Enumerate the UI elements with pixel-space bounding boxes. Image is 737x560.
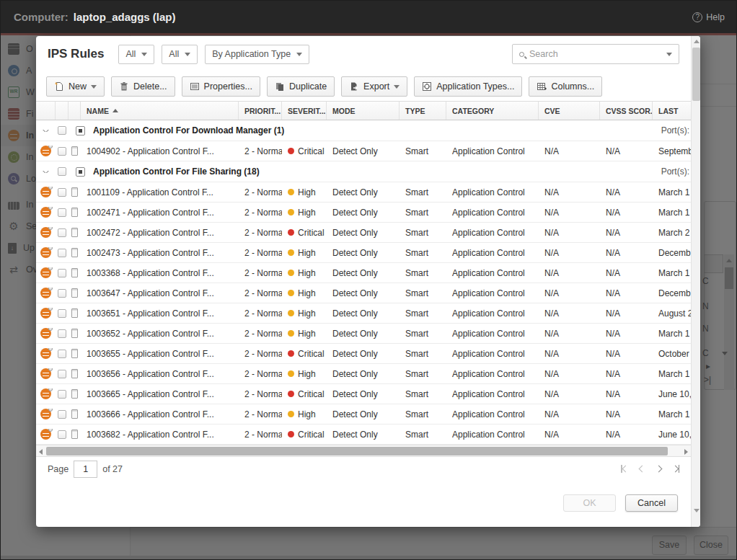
row-checkbox[interactable]	[58, 188, 66, 197]
column-header-name[interactable]: NAME	[81, 102, 239, 120]
cve-header-label: CVE	[544, 107, 560, 115]
column-header-cvss-score[interactable]: CVSS SCOR...	[600, 102, 653, 120]
scrollbar-thumb[interactable]	[692, 48, 700, 101]
scrollbar-thumb[interactable]	[46, 447, 668, 455]
duplicate-button[interactable]: Duplicate	[267, 76, 335, 97]
next-page-button[interactable]	[656, 466, 661, 471]
page-input[interactable]	[74, 461, 97, 478]
delete-label: Delete...	[133, 81, 167, 92]
table-row[interactable]: 1002473 - Application Control F... 2 - N…	[36, 243, 691, 263]
rule-priority: 2 - Normal	[239, 248, 282, 258]
row-checkbox[interactable]	[58, 329, 66, 338]
row-checkbox[interactable]	[58, 289, 66, 298]
column-header-priority[interactable]: PRIORIT...	[239, 102, 282, 120]
scroll-right-icon[interactable]	[684, 449, 688, 455]
scroll-down-icon[interactable]	[694, 509, 700, 512]
row-checkbox[interactable]	[58, 249, 66, 257]
document-icon	[71, 187, 78, 197]
column-header-cve[interactable]: CVE	[539, 102, 600, 120]
severity-dot	[288, 229, 294, 236]
rule-last-updated: March 1	[653, 369, 691, 379]
new-button[interactable]: New	[46, 76, 105, 97]
first-page-button[interactable]	[621, 465, 628, 473]
dialog-footer: OK Cancel	[36, 481, 691, 527]
collapse-chevron-icon[interactable]	[43, 171, 50, 173]
document-icon	[71, 329, 78, 338]
chevron-down-icon[interactable]	[666, 53, 672, 56]
table-row[interactable]: 1003651 - Application Control F... 2 - N…	[36, 303, 691, 324]
table-row[interactable]: 1002472 - Application Control F... 2 - N…	[36, 223, 691, 243]
vertical-scrollbar[interactable]	[691, 36, 700, 527]
rule-priority: 2 - Normal	[239, 430, 282, 440]
columns-button[interactable]: Columns...	[529, 76, 602, 97]
column-header-severity[interactable]: SEVERIT...	[282, 102, 327, 120]
filter-dropdown-1[interactable]: All	[118, 45, 154, 64]
row-checkbox[interactable]	[58, 208, 66, 217]
ips-rule-icon	[40, 308, 51, 319]
group-ports-label: Port(s):	[661, 125, 691, 135]
rule-category: Application Control	[446, 430, 539, 440]
group-row[interactable]: Application Control For File Sharing (18…	[36, 161, 691, 182]
horizontal-scrollbar[interactable]	[36, 445, 691, 457]
table-row[interactable]: 1003368 - Application Control F... 2 - N…	[36, 263, 691, 283]
chevron-down-icon	[91, 85, 97, 89]
rule-cvss: N/A	[600, 228, 653, 238]
ok-button[interactable]: OK	[563, 494, 616, 512]
delete-icon	[119, 81, 129, 92]
row-checkbox[interactable]	[58, 390, 66, 399]
rule-badge-icon	[48, 146, 53, 148]
column-header-type[interactable]: TYPE	[400, 102, 446, 120]
rule-priority: 2 - Normal	[239, 308, 282, 319]
group-checkbox[interactable]	[58, 167, 66, 176]
rule-mode: Detect Only	[327, 228, 400, 238]
rule-name: 1001109 - Application Control F...	[81, 187, 239, 197]
group-by-dropdown[interactable]: By Application Type	[205, 45, 309, 64]
rule-badge-icon	[48, 267, 53, 270]
column-header-last-updated[interactable]: LAST	[653, 102, 691, 120]
name-header-label: NAME	[87, 107, 109, 115]
scroll-left-icon[interactable]	[39, 449, 43, 455]
properties-button[interactable]: Properties...	[182, 76, 260, 97]
search-input[interactable]	[529, 49, 661, 59]
ips-rule-icon	[40, 267, 51, 278]
row-checkbox[interactable]	[58, 269, 66, 277]
export-button[interactable]: Export	[341, 76, 407, 97]
table-row[interactable]: 1003682 - Application Control F... 2 - N…	[36, 425, 691, 445]
last-page-button[interactable]	[673, 465, 680, 473]
table-row[interactable]: 1001109 - Application Control F... 2 - N…	[36, 182, 691, 203]
table-row[interactable]: 1003666 - Application Control F... 2 - N…	[36, 404, 691, 425]
table-row[interactable]: 1003655 - Application Control F... 2 - N…	[36, 344, 691, 364]
new-label: New	[69, 81, 87, 92]
rule-badge-icon	[48, 308, 53, 311]
table-row[interactable]: 1003656 - Application Control F... 2 - N…	[36, 364, 691, 384]
row-checkbox[interactable]	[58, 309, 66, 318]
search-box[interactable]	[512, 44, 679, 64]
previous-page-button[interactable]	[640, 466, 645, 471]
ips-rule-icon	[40, 288, 51, 298]
table-row[interactable]: 1002471 - Application Control F... 2 - N…	[36, 203, 691, 223]
filter-dropdown-2[interactable]: All	[162, 45, 198, 64]
properties-label: Properties...	[204, 81, 252, 92]
scroll-up-icon[interactable]	[694, 40, 700, 43]
column-header-mode[interactable]: MODE	[327, 102, 400, 120]
delete-button[interactable]: Delete...	[111, 76, 175, 97]
help-button[interactable]: Help	[692, 12, 725, 22]
group-row[interactable]: Application Control For Download Manager…	[36, 120, 691, 141]
rule-name: 1003651 - Application Control F...	[81, 308, 239, 319]
collapse-chevron-icon[interactable]	[43, 130, 50, 132]
row-checkbox[interactable]	[58, 350, 66, 358]
row-checkbox[interactable]	[58, 430, 66, 439]
column-header-category[interactable]: CATEGORY	[446, 102, 539, 120]
row-checkbox[interactable]	[58, 370, 66, 378]
group-checkbox[interactable]	[58, 126, 66, 135]
row-checkbox[interactable]	[58, 410, 66, 419]
cancel-button[interactable]: Cancel	[625, 494, 678, 512]
application-types-button[interactable]: Application Types...	[414, 76, 522, 97]
row-checkbox[interactable]	[58, 228, 66, 237]
table-row[interactable]: 1004902 - Application Control F... 2 - N…	[36, 141, 691, 161]
severity-dot	[288, 411, 294, 417]
table-row[interactable]: 1003647 - Application Control F... 2 - N…	[36, 283, 691, 303]
table-row[interactable]: 1003652 - Application Control F... 2 - N…	[36, 324, 691, 344]
row-checkbox[interactable]	[58, 147, 66, 156]
table-row[interactable]: 1003665 - Application Control F... 2 - N…	[36, 384, 691, 404]
